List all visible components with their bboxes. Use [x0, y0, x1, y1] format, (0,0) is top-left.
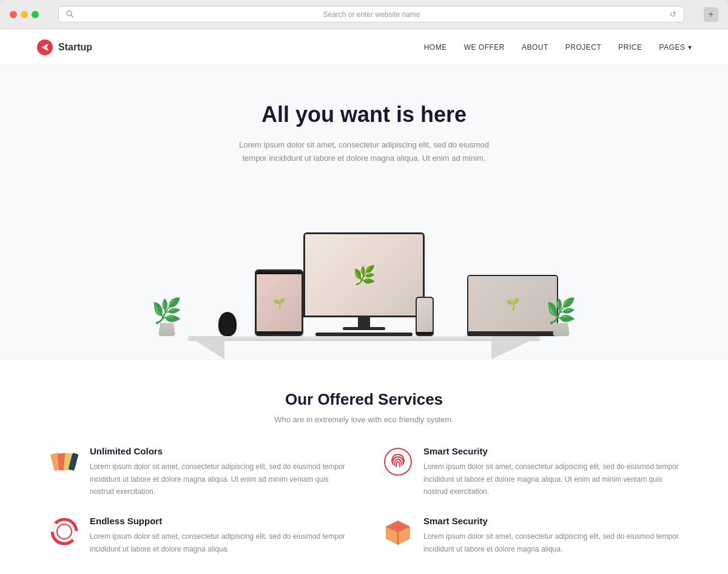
maximize-button[interactable] [32, 11, 39, 18]
hero-title: All you want is here [12, 102, 716, 127]
svg-point-11 [57, 524, 72, 539]
service-text-unlimited-colors: Unlimited Colors Lorem ipsum dolor sit a… [90, 446, 346, 498]
service-name-unlimited-colors: Unlimited Colors [90, 446, 346, 456]
plant-leaves-right: 🌿 [546, 299, 576, 323]
service-text-smart-security: Smart Security Lorem ipsum dolor sit ame… [423, 446, 679, 498]
logo[interactable]: Startup [36, 39, 92, 56]
browser-window: Search or enter website name ↺ + Startup… [0, 0, 728, 574]
nav-we-offer[interactable]: WE OFFER [464, 43, 505, 52]
chevron-down-icon: ▾ [688, 43, 692, 52]
minimize-button[interactable] [21, 11, 28, 18]
address-text: Search or enter website name [78, 10, 665, 19]
svg-point-0 [67, 11, 72, 16]
services-section: Our Offered Services Who are in extremel… [0, 359, 728, 574]
service-desc-endless-support: Lorem ipsum dolor sit amet, consectetur … [90, 530, 346, 555]
browser-titlebar: Search or enter website name ↺ + [0, 0, 728, 29]
new-tab-button[interactable]: + [704, 7, 718, 22]
shelf [158, 323, 570, 359]
nav-project[interactable]: PROJECT [565, 43, 602, 52]
service-text-endless-support: Endless Support Lorem ipsum dolor sit am… [90, 516, 346, 555]
service-desc-smart-security-2: Lorem ipsum dolor sit amet, consectetur … [423, 530, 679, 555]
page-content: Startup HOME WE OFFER ABOUT PROJECT PRIC… [0, 29, 728, 574]
services-title: Our Offered Services [49, 390, 679, 409]
services-subtitle: Who are in extremely love with eco frien… [49, 415, 679, 424]
services-grid: Unlimited Colors Lorem ipsum dolor sit a… [49, 446, 679, 555]
nav-home[interactable]: HOME [424, 43, 447, 52]
service-icon-palette [49, 446, 80, 478]
service-item-endless-support: Endless Support Lorem ipsum dolor sit am… [49, 516, 346, 555]
svg-line-1 [72, 15, 73, 17]
reload-button[interactable]: ↺ [670, 10, 676, 19]
plant-leaves-left: 🌿 [152, 299, 182, 323]
service-name-endless-support: Endless Support [90, 516, 346, 526]
service-name-smart-security-2: Smart Security [423, 516, 679, 526]
service-icon-box [382, 516, 414, 547]
service-name-smart-security: Smart Security [423, 446, 679, 456]
service-desc-unlimited-colors: Lorem ipsum dolor sit amet, consectetur … [90, 461, 346, 498]
nav-about[interactable]: ABOUT [522, 43, 548, 52]
window-controls [10, 11, 39, 18]
hero-section: All you want is here Lorem ipsum dolor s… [0, 66, 728, 359]
nav-pages[interactable]: PAGES ▾ [659, 43, 692, 52]
hero-devices: 🌿 🌱 🌿 [152, 189, 576, 359]
service-icon-lifesaver [49, 516, 80, 547]
service-icon-fingerprint [382, 446, 414, 478]
service-item-unlimited-colors: Unlimited Colors Lorem ipsum dolor sit a… [49, 446, 346, 498]
svg-point-9 [52, 519, 76, 544]
monitor-screen: 🌿 [303, 232, 425, 317]
navbar: Startup HOME WE OFFER ABOUT PROJECT PRIC… [0, 29, 728, 66]
service-item-smart-security: Smart Security Lorem ipsum dolor sit ame… [382, 446, 679, 498]
shelf-right [491, 336, 540, 359]
logo-icon [36, 39, 53, 56]
service-text-smart-security-2: Smart Security Lorem ipsum dolor sit ame… [423, 516, 679, 555]
shelf-left [188, 336, 224, 359]
services-header: Our Offered Services Who are in extremel… [49, 390, 679, 424]
address-bar[interactable]: Search or enter website name ↺ [58, 6, 684, 22]
shelf-surface [188, 336, 540, 341]
nav-price[interactable]: PRICE [618, 43, 642, 52]
hero-subtitle: Lorem ipsum dolor sit amet, consectetur … [237, 138, 491, 165]
search-icon [66, 10, 73, 19]
service-desc-smart-security: Lorem ipsum dolor sit amet, consectetur … [423, 461, 679, 498]
monitor: 🌿 [303, 232, 425, 336]
close-button[interactable] [10, 11, 17, 18]
logo-text: Startup [58, 42, 92, 53]
monitor-screen-content: 🌿 [305, 234, 423, 316]
service-item-smart-security-2: Smart Security Lorem ipsum dolor sit ame… [382, 516, 679, 555]
nav-links: HOME WE OFFER ABOUT PROJECT PRICE PAGES … [424, 43, 692, 52]
